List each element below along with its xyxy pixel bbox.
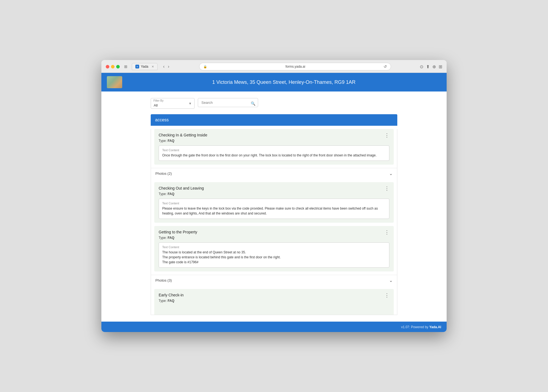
search-input[interactable] — [198, 98, 258, 107]
address-bar-container: 🔒 forms.yada.ai ↺ — [174, 63, 416, 70]
sidebar-toggle-button[interactable]: ⊞ — [123, 63, 129, 70]
text-content-label-2: Text Content — [162, 202, 386, 205]
main-area: Filter By All ▼ 🔍 access — [101, 91, 447, 322]
faq-card-title-1: Checking In & Getting Inside — [159, 133, 389, 137]
faq-card-early-checkin: Early Check-in Type: FAQ ⋮ — [154, 289, 394, 315]
faq-card-checking-out: Checking Out and Leaving Type: FAQ ⋮ Tex… — [154, 182, 394, 223]
faq-card-title-2: Checking Out and Leaving — [159, 186, 389, 190]
photos-row-1[interactable]: Photos (2) ⌄ — [151, 168, 397, 179]
browser-chrome: ⊞ Y Yada ✕ ‹ › 🔒 forms.yada.ai ↺ ⊙ ⬆ — [101, 60, 447, 73]
maximize-button[interactable] — [116, 65, 120, 68]
faq-menu-button-4[interactable]: ⋮ — [383, 292, 390, 298]
faq-card-title-3: Getting to the Property — [159, 230, 389, 234]
back-button[interactable]: ‹ — [162, 64, 165, 70]
property-image — [107, 76, 122, 88]
footer-text: v1.07: Powered by Yada.AI — [401, 325, 441, 329]
extensions-button[interactable]: ⊞ — [439, 64, 442, 69]
app-header: 1 Victoria Mews, 35 Queen Street, Henley… — [101, 73, 447, 91]
faq-type-1: Type: FAQ — [159, 139, 389, 143]
tab-label: Yada — [141, 65, 148, 68]
search-wrapper: 🔍 — [198, 98, 258, 109]
text-content-text-2: Please ensure to leave the keys in the l… — [162, 206, 386, 216]
access-section: access Checking In & Getting Inside Type… — [151, 114, 397, 315]
filter-bar: Filter By All ▼ 🔍 — [151, 98, 397, 109]
url-display: forms.yada.ai — [209, 65, 381, 68]
filter-select-wrapper: Filter By All ▼ — [151, 98, 195, 109]
property-logo — [107, 76, 122, 88]
section-header: access — [151, 114, 397, 126]
text-content-text-1: Once through the gate the front door is … — [162, 153, 386, 158]
share-button[interactable]: ⬆ — [426, 64, 430, 69]
lock-icon: 🔒 — [203, 65, 207, 68]
photos-label-1: Photos (2) — [155, 171, 172, 176]
footer-version-text: v1.07: Powered by — [401, 325, 429, 329]
filter-label: Filter By — [153, 99, 164, 102]
app-footer: v1.07: Powered by Yada.AI — [101, 322, 447, 332]
photos-row-3[interactable]: Photos (3) ⌄ — [151, 275, 397, 286]
traffic-lights — [106, 65, 120, 68]
photos-label-3: Photos (3) — [155, 278, 172, 282]
text-content-box-3: Text Content The house is located at the… — [159, 242, 389, 268]
faq-menu-button-3[interactable]: ⋮ — [383, 229, 390, 235]
section-title: access — [155, 118, 169, 122]
property-title: 1 Victoria Mews, 35 Queen Street, Henley… — [127, 79, 441, 85]
browser-tab[interactable]: Y Yada ✕ — [132, 63, 158, 70]
photos-chevron-icon-1: ⌄ — [389, 171, 393, 176]
faq-card-title-4: Early Check-in — [159, 293, 389, 297]
app-content: 1 Victoria Mews, 35 Queen Street, Henley… — [101, 73, 447, 332]
text-content-box-1: Text Content Once through the gate the f… — [159, 145, 389, 161]
faq-menu-button-2[interactable]: ⋮ — [383, 185, 390, 191]
address-bar[interactable]: 🔒 forms.yada.ai ↺ — [199, 63, 391, 70]
text-content-label-3: Text Content — [162, 245, 386, 249]
text-content-label-1: Text Content — [162, 148, 386, 152]
footer-link: Yada.AI — [429, 325, 441, 329]
reload-button[interactable]: ↺ — [384, 64, 387, 69]
photos-chevron-icon-3: ⌄ — [389, 278, 393, 283]
close-button[interactable] — [106, 65, 109, 68]
text-content-box-2: Text Content Please ensure to leave the … — [159, 199, 389, 219]
faq-card-getting-to-property: Getting to the Property Type: FAQ ⋮ Text… — [154, 226, 394, 271]
text-content-text-3: The house is located at the end of Queen… — [162, 250, 386, 265]
search-icon: 🔍 — [251, 101, 255, 106]
faq-menu-button-1[interactable]: ⋮ — [383, 132, 390, 138]
account-button[interactable]: ⊙ — [420, 64, 423, 69]
faq-type-4: Type: FAQ — [159, 299, 389, 303]
forward-button[interactable]: › — [167, 64, 170, 70]
faq-section: Checking In & Getting Inside Type: FAQ ⋮… — [151, 129, 397, 315]
new-tab-button[interactable]: ⊕ — [432, 64, 436, 69]
browser-window: ⊞ Y Yada ✕ ‹ › 🔒 forms.yada.ai ↺ ⊙ ⬆ — [101, 60, 447, 332]
faq-type-2: Type: FAQ — [159, 192, 389, 196]
minimize-button[interactable] — [111, 65, 115, 68]
faq-card-4-partial-content — [159, 305, 389, 311]
faq-card-checking-in: Checking In & Getting Inside Type: FAQ ⋮… — [154, 129, 394, 165]
faq-type-3: Type: FAQ — [159, 236, 389, 240]
tab-close-icon[interactable]: ✕ — [152, 65, 154, 68]
browser-actions: ⊙ ⬆ ⊕ ⊞ — [420, 64, 442, 69]
tab-favicon: Y — [135, 65, 139, 68]
nav-arrows: ‹ › — [162, 64, 170, 70]
